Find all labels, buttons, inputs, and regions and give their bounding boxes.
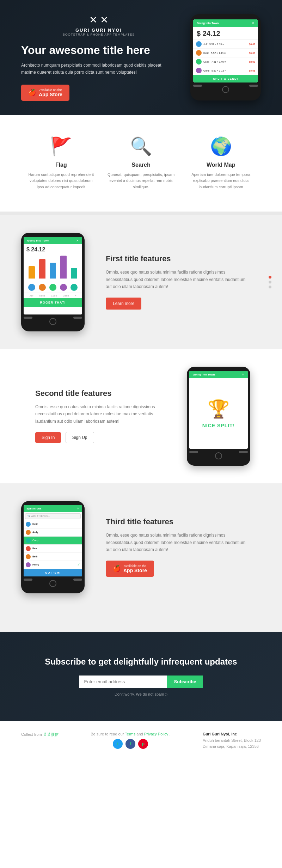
- phone-home-button: [222, 86, 229, 93]
- phone-names-row: JeffKatieCoopGene+: [24, 293, 82, 298]
- section-divider: [0, 212, 282, 215]
- pinterest-link[interactable]: p: [138, 739, 148, 749]
- phone-mockup-spliticious: Splitlicious ✕ 🔍 ADD FRIENDS... Katie An…: [21, 501, 85, 593]
- hero-title: Your awesome title here: [21, 43, 176, 57]
- phone-search-bar: 🔍 ADD FRIENDS...: [25, 513, 81, 519]
- footer-right: Guri Guri Nyoi, Inc Anduh berantah Stree…: [203, 732, 261, 750]
- nav-dot-2[interactable]: [269, 281, 271, 283]
- phone-split-button: SPLIT & SEND!: [193, 75, 258, 82]
- hero-phone-screen: Going Into Town ✕ $ 24.12 Jeff 5.57 × 1.…: [193, 19, 258, 82]
- nav-dot-1[interactable]: [269, 276, 271, 279]
- phone-header: Going Into Town ✕: [193, 19, 258, 27]
- contact-row-ben: Ben: [24, 545, 82, 553]
- hero-description: Architecto numquam perspiciatis commodi …: [21, 62, 176, 75]
- contact-row-andy: Andy: [24, 528, 82, 537]
- feature-flag-desc: Harum sunt atique quod reprehenderit vol…: [26, 172, 96, 190]
- phone-close-icon: ✕: [76, 239, 79, 242]
- section3-appstore-button[interactable]: 🍎 Available on the App Store: [106, 561, 154, 577]
- phone-screen-spliticious: Splitlicious ✕ 🔍 ADD FRIENDS... Katie An…: [24, 505, 82, 576]
- section-second-features: Going Into Town ✕ 🏆 NICE SPLIT! Second t…: [0, 349, 282, 483]
- facebook-link[interactable]: f: [125, 739, 135, 749]
- phone-nav-spliticious: [24, 576, 82, 589]
- phone-got-button: GOT 'EM!: [24, 569, 82, 576]
- phone-menu-spliticious: [73, 579, 82, 581]
- avatar: [196, 41, 202, 47]
- section3-title: Third title features: [106, 517, 247, 526]
- footer-social: t f p: [91, 739, 170, 749]
- footer-collect-link[interactable]: 某某微信: [43, 732, 59, 736]
- logo: ✕ ✕ GURI GURI NYOI BOOTSTRAP & PHONE APP…: [21, 14, 176, 36]
- phone-nav: [24, 314, 82, 327]
- chart-bar-2: [39, 259, 45, 279]
- footer: Collect from 某某微信 Be sure to read our Te…: [0, 721, 282, 760]
- phone-section1: Going Into Town ✕ $ 24.12: [21, 233, 92, 331]
- phone-header-title: Going Into Town: [27, 239, 49, 242]
- subscribe-button[interactable]: Subscribe: [167, 676, 203, 688]
- hero-appstore-button[interactable]: 🍎 Available on the App Store: [21, 85, 69, 101]
- phone-section2: Going Into Town ✕ 🏆 NICE SPLIT!: [187, 367, 261, 466]
- nav-dot-3[interactable]: [269, 286, 271, 288]
- chart-bar-3: [50, 263, 56, 279]
- feature-flag-title: Flag: [26, 162, 96, 168]
- subscribe-email-input[interactable]: [79, 676, 167, 688]
- phone-close-spliticious: ✕: [77, 507, 79, 510]
- chart-bar-5: [71, 268, 77, 279]
- contact-avatar-henry: [26, 562, 31, 567]
- nice-split-icon: 🏆: [208, 399, 229, 419]
- hero-section: ✕ ✕ GURI GURI NYOI BOOTSTRAP & PHONE APP…: [0, 0, 282, 115]
- phone-nav-back: [193, 85, 202, 87]
- contact-row-coop: Coop: [24, 537, 82, 545]
- nice-split-screen: 🏆 NICE SPLIT!: [189, 378, 248, 449]
- table-row: Katie 5.57 × 1.13 = $6.68: [193, 49, 258, 57]
- phone-menu-nicesplit: [239, 451, 248, 453]
- signup-button[interactable]: Sign Up: [66, 432, 94, 443]
- contact-row-katie: Katie: [24, 520, 82, 528]
- contact-avatar-ben: [26, 546, 31, 551]
- avatar-coop: [49, 284, 56, 291]
- chart-bar-4: [60, 256, 67, 279]
- avatar: [196, 68, 202, 73]
- phone-nav-nicesplit: [189, 449, 248, 461]
- section2-title: Second title features: [35, 389, 173, 398]
- footer-address: Anduh berantah Street, Block 123 Dimana …: [203, 738, 261, 750]
- apple-icon: 🍎: [28, 89, 36, 97]
- apple-icon-s3: 🍎: [113, 565, 121, 573]
- contact-row-beth: Beth: [24, 553, 82, 561]
- phone-amount: $ 24.12: [193, 27, 258, 40]
- feature-text-2: Second title features Omnis, esse quo na…: [21, 389, 187, 443]
- section1-title: First title features: [106, 254, 247, 263]
- search-icon: 🔍: [106, 136, 176, 157]
- phone-screen-chart: Going Into Town ✕ $ 24.12: [24, 237, 82, 314]
- feature-row-3: Splitlicious ✕ 🔍 ADD FRIENDS... Katie An…: [21, 501, 261, 593]
- table-row: Coop 7.41 × 1.49 = $8.90: [193, 57, 258, 66]
- phone-roger-button: ROGER THAT!: [24, 298, 82, 307]
- subscribe-note: Don't worry. We do not spam :): [21, 692, 261, 696]
- footer-privacy-link[interactable]: Privacy Policy: [144, 732, 168, 736]
- worldmap-icon: 🌍: [186, 136, 256, 157]
- contact-avatar-beth: [26, 554, 31, 559]
- phone-back-nicesplit: [189, 451, 198, 453]
- feature-search-title: Search: [106, 162, 176, 168]
- table-row: Gene 5.57 × 1.13 = $5.68: [193, 66, 258, 75]
- twitter-link[interactable]: t: [113, 739, 123, 749]
- spacer: [0, 611, 282, 632]
- subscribe-title: Subscribe to get delightfully infrequent…: [21, 657, 261, 667]
- phone-mockup-nicesplit: Going Into Town ✕ 🏆 NICE SPLIT!: [187, 367, 250, 466]
- contact-row-henry: Henry ✓: [24, 561, 82, 569]
- footer-center: Be sure to read our Terms and Privacy Po…: [91, 732, 170, 749]
- phone-header-title: Going Into Town: [197, 22, 219, 25]
- avatar-jeff: [28, 284, 35, 291]
- footer-terms-link[interactable]: Terms: [125, 732, 135, 736]
- feature-search: 🔍 Search Quaerat, quisquam, perspiciatis…: [101, 136, 181, 190]
- phone-avatars-row: [24, 282, 82, 293]
- hero-phone: Going Into Town ✕ $ 24.12 Jeff 5.57 × 1.…: [190, 14, 261, 100]
- flag-icon: 🚩: [26, 136, 96, 157]
- phone-header-spliticious: Splitlicious ✕: [24, 505, 82, 512]
- feature-search-desc: Quaerat, quisquam, perspiciatis, ipsam e…: [106, 172, 176, 190]
- avatar-katie: [39, 284, 46, 291]
- signin-button[interactable]: Sign In: [35, 432, 61, 443]
- learn-more-button[interactable]: Learn more: [106, 298, 141, 310]
- phone-close-nicesplit: ✕: [242, 373, 244, 376]
- phone-home-nicesplit: [215, 452, 222, 459]
- feature-text-3: Third title features Omnis, esse quo nat…: [92, 517, 261, 576]
